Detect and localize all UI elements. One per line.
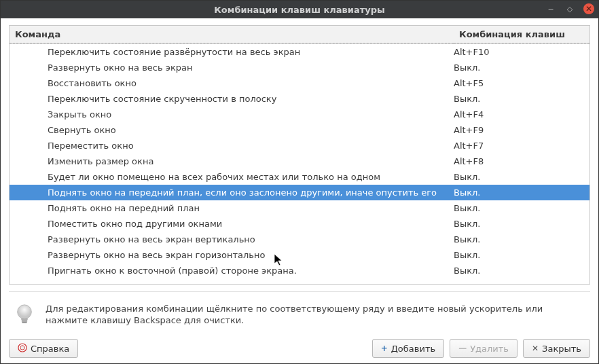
close-icon[interactable]: ✕: [583, 3, 594, 14]
table-row[interactable]: Пригнать окно к восточной (правой) сторо…: [10, 263, 589, 278]
table-row[interactable]: Переместить окноAlt+F7: [10, 138, 589, 153]
row-shortcut: Выкл.: [454, 234, 589, 244]
table-row[interactable]: Восстановить окноAlt+F5: [10, 75, 589, 91]
row-shortcut: Выкл.: [454, 62, 589, 73]
row-shortcut: Alt+F10: [454, 47, 589, 57]
add-button[interactable]: + Добавить: [372, 339, 445, 358]
row-shortcut: Выкл.: [454, 219, 589, 229]
row-command: Закрыть окно: [10, 109, 454, 120]
column-header-command[interactable]: Команда: [10, 26, 454, 43]
maximize-icon[interactable]: ◇: [564, 3, 575, 14]
hint-area: Для редактирования комбинации щёлкните п…: [9, 291, 590, 336]
content-area: Команда Комбинация клавиш Переключить со…: [1, 18, 598, 363]
help-button[interactable]: Справка: [9, 339, 78, 358]
row-command: Свернуть окно: [10, 125, 454, 135]
table-row[interactable]: Переключить состояние скрученности в пол…: [10, 91, 589, 107]
row-shortcut: Alt+F4: [454, 109, 589, 120]
titlebar: Комбинации клавиш клавиатуры ─ ◇ ✕: [1, 1, 598, 18]
row-shortcut: Выкл.: [454, 203, 589, 213]
plus-icon: +: [381, 344, 388, 353]
row-shortcut: Alt+F5: [454, 78, 589, 88]
row-shortcut: Выкл.: [454, 250, 589, 260]
svg-point-0: [18, 305, 32, 319]
row-command: Пригнать окно к восточной (правой) сторо…: [10, 266, 454, 276]
row-command: Поднять окно на передний план, если оно …: [10, 187, 454, 198]
row-command: Восстановить окно: [10, 78, 454, 88]
row-command: Поместить окно под другими окнами: [10, 219, 454, 229]
table-header: Команда Комбинация клавиш: [10, 26, 589, 44]
row-command: Изменить размер окна: [10, 156, 454, 166]
remove-button-label: Удалить: [470, 344, 509, 354]
svg-rect-3: [22, 322, 27, 323]
row-command: Развернуть окно на весь экран горизонтал…: [10, 250, 454, 260]
row-shortcut: Alt+F8: [454, 156, 589, 166]
shortcuts-table: Команда Комбинация клавиш Переключить со…: [9, 25, 590, 285]
row-command: Будет ли окно помещено на всех рабочих м…: [10, 172, 454, 182]
table-row[interactable]: Развернуть окно на весь экран горизонтал…: [10, 247, 589, 263]
row-command: Поднять окно на передний план: [10, 203, 454, 213]
table-row[interactable]: Развернуть окно на весь экранВыкл.: [10, 60, 589, 75]
table-body: Переключить состояние развёрнутости на в…: [10, 44, 589, 284]
row-shortcut: Выкл.: [454, 266, 589, 276]
table-row[interactable]: Поместить окно под другими окнамиВыкл.: [10, 216, 589, 232]
table-row[interactable]: Свернуть окноAlt+F9: [10, 122, 589, 138]
close-button-label: Закрыть: [542, 344, 581, 354]
close-button[interactable]: ✕ Закрыть: [523, 339, 590, 358]
lightbulb-icon: [13, 303, 36, 326]
remove-button[interactable]: — Удалить: [450, 339, 518, 358]
row-shortcut: Alt+F9: [454, 125, 589, 135]
row-command: Переключить состояние развёрнутости на в…: [10, 47, 454, 57]
titlebar-buttons: ─ ◇ ✕: [545, 3, 594, 14]
table-row[interactable]: Изменить размер окнаAlt+F8: [10, 153, 589, 169]
table-row[interactable]: Закрыть окноAlt+F4: [10, 107, 589, 122]
table-row[interactable]: Поднять окно на передний план, если оно …: [10, 185, 589, 200]
row-command: Переместить окно: [10, 141, 454, 151]
button-bar: Справка + Добавить — Удалить ✕ Закрыть: [9, 336, 590, 358]
help-button-label: Справка: [31, 344, 69, 354]
minimize-icon[interactable]: ─: [545, 3, 556, 14]
svg-rect-2: [22, 321, 28, 322]
row-command: Развернуть окно на весь экран: [10, 62, 454, 73]
help-icon: [18, 343, 27, 354]
row-shortcut: Выкл.: [454, 94, 589, 104]
add-button-label: Добавить: [391, 344, 435, 354]
window-title: Комбинации клавиш клавиатуры: [214, 5, 385, 15]
row-shortcut: Alt+F7: [454, 141, 589, 151]
row-command: Переключить состояние скрученности в пол…: [10, 94, 454, 104]
hint-text: Для редактирования комбинации щёлкните п…: [46, 303, 586, 327]
table-row[interactable]: Переключить состояние развёрнутости на в…: [10, 44, 589, 60]
keyboard-shortcuts-window: Комбинации клавиш клавиатуры ─ ◇ ✕ Коман…: [0, 0, 599, 364]
svg-rect-1: [21, 318, 27, 321]
svg-point-5: [20, 345, 24, 349]
table-row[interactable]: Будет ли окно помещено на всех рабочих м…: [10, 169, 589, 185]
row-shortcut: Выкл.: [454, 187, 589, 198]
table-row[interactable]: Развернуть окно на весь экран вертикальн…: [10, 232, 589, 247]
column-header-shortcut[interactable]: Комбинация клавиш: [454, 26, 589, 43]
row-command: Развернуть окно на весь экран вертикальн…: [10, 234, 454, 244]
table-row[interactable]: Поднять окно на передний планВыкл.: [10, 200, 589, 216]
minus-icon: —: [458, 344, 467, 353]
row-shortcut: Выкл.: [454, 172, 589, 182]
close-x-icon: ✕: [532, 344, 539, 353]
